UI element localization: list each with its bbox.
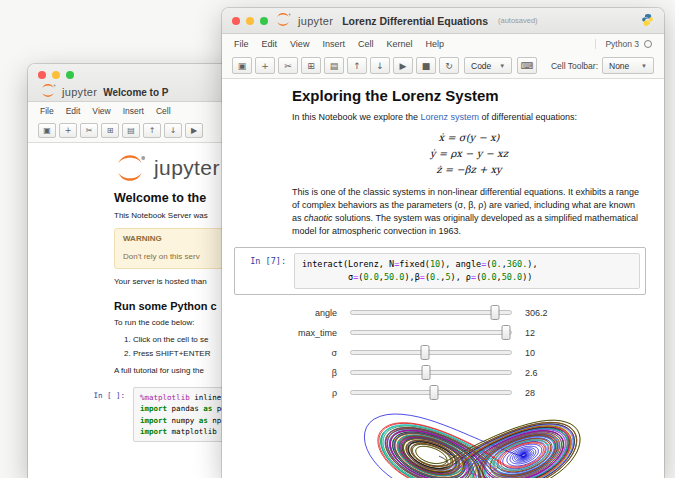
python-logo-icon [641, 12, 654, 30]
paste-cell-icon[interactable]: ▤ [324, 57, 344, 74]
slider-row-1: max_time12 [222, 323, 664, 343]
page-title: Exploring the Lorenz System [292, 87, 646, 104]
menu-edit[interactable]: Edit [66, 106, 81, 116]
kernel-name: Python 3 [605, 39, 639, 49]
cut-cell-icon[interactable]: ✂ [80, 123, 98, 138]
keyboard-icon[interactable]: ⌨ [517, 57, 537, 74]
text-fragment: In this Notebook we explore the [292, 112, 421, 122]
slider-track[interactable] [350, 330, 512, 335]
run-cell-icon[interactable]: ▶ [393, 57, 413, 74]
slider-handle[interactable] [491, 305, 500, 320]
zoom-button[interactable] [66, 71, 74, 79]
chevron-down-icon: ▼ [641, 63, 647, 69]
prompt-spacer [222, 87, 292, 238]
copy-cell-icon[interactable]: ⊞ [301, 57, 321, 74]
menu-view[interactable]: View [92, 106, 110, 116]
restart-kernel-icon[interactable]: ↻ [439, 57, 459, 74]
toolbar-icon-group: ▣+✂⊞▤↑↓▶■↻ [232, 57, 459, 74]
slider-label: angle [222, 308, 350, 318]
close-button[interactable] [232, 17, 240, 25]
minimize-button[interactable] [246, 17, 254, 25]
code-line[interactable]: σ=(0.0,50.0),β=(0.,5), ρ=(0.0,50.0)) [302, 271, 632, 284]
slider-track[interactable] [350, 390, 512, 395]
cut-cell-icon[interactable]: ✂ [278, 57, 298, 74]
jupyter-wordmark: jupyter [62, 86, 97, 98]
slider-track[interactable] [350, 370, 512, 375]
zoom-button[interactable] [260, 17, 268, 25]
add-cell-icon[interactable]: + [255, 57, 275, 74]
menu-kernel[interactable]: Kernel [386, 39, 412, 49]
cell-toolbar-label: Cell Toolbar: [551, 61, 598, 71]
slider-value: 10 [525, 348, 535, 358]
back-notebook-title[interactable]: Welcome to P [103, 87, 168, 98]
equation-line: ż = −βz + xy [292, 162, 646, 178]
text-fragment: solutions. The system was originally dev… [292, 213, 638, 236]
input-prompt: In [7]: [240, 253, 294, 289]
slider-handle[interactable] [502, 325, 511, 340]
front-titlebar: jupyter Lorenz Differential Equations (a… [222, 8, 664, 34]
jupyter-wordmark: jupyter [298, 15, 333, 27]
slider-row-3: β2.6 [222, 363, 664, 383]
markdown-cell[interactable]: Exploring the Lorenz System In this Note… [222, 87, 664, 238]
front-notebook-window[interactable]: jupyter Lorenz Differential Equations (a… [222, 8, 664, 478]
add-cell-icon[interactable]: + [59, 123, 77, 138]
slider-track[interactable] [350, 350, 512, 355]
front-menubar: FileEditViewInsertCellKernelHelp [234, 39, 444, 49]
cell-toolbar-value: None [609, 61, 629, 71]
move-up-icon[interactable]: ↑ [347, 57, 367, 74]
stop-kernel-icon[interactable]: ■ [416, 57, 436, 74]
slider-row-4: ρ28 [222, 383, 664, 403]
notebook-title[interactable]: Lorenz Differential Equations [342, 15, 488, 27]
slider-handle[interactable] [430, 385, 439, 400]
menu-cell[interactable]: Cell [358, 39, 374, 49]
text-fragment: of differential equations: [479, 112, 577, 122]
menu-insert[interactable]: Insert [322, 39, 345, 49]
cell-type-dropdown[interactable]: Code ▼ [464, 57, 512, 74]
menu-help[interactable]: Help [425, 39, 444, 49]
code-cell[interactable]: In [7]: interact(Lorenz, N=fixed(10), an… [234, 247, 646, 295]
copy-cell-icon[interactable]: ⊞ [101, 123, 119, 138]
slider-value: 12 [525, 328, 535, 338]
jupyter-logo-icon [275, 12, 291, 30]
chevron-down-icon: ▼ [499, 63, 505, 69]
save-icon[interactable]: ▣ [232, 57, 252, 74]
front-toolbar: ▣+✂⊞▤↑↓▶■↻ Code ▼ ⌨ Cell Toolbar: None ▼ [222, 53, 664, 79]
slider-handle[interactable] [422, 365, 431, 380]
input-prompt: In [ ]: [28, 387, 133, 442]
toolbar-extra-icon-group: ⌨ [517, 57, 537, 74]
kernel-indicator: Python 3 [595, 39, 652, 49]
front-traffic-lights [232, 17, 268, 25]
run-cell-icon[interactable]: ▶ [185, 123, 203, 138]
code-line[interactable]: interact(Lorenz, N=fixed(10), angle=(0.,… [302, 258, 632, 271]
move-down-icon[interactable]: ↓ [370, 57, 390, 74]
lorenz-system-link[interactable]: Lorenz system [421, 112, 480, 122]
jupyter-logo-icon [40, 83, 56, 101]
lorenz-equations: ẋ = σ(y − x)ẏ = ρx − y − xzż = −βz + xy [292, 130, 646, 178]
menu-insert[interactable]: Insert [123, 106, 144, 116]
move-up-icon[interactable]: ↑ [143, 123, 161, 138]
save-icon[interactable]: ▣ [38, 123, 56, 138]
move-down-icon[interactable]: ↓ [164, 123, 182, 138]
menu-cell[interactable]: Cell [156, 106, 171, 116]
close-button[interactable] [38, 71, 46, 79]
menu-file[interactable]: File [40, 106, 54, 116]
equation-line: ẏ = ρx − y − xz [292, 146, 646, 162]
code-editor[interactable]: interact(Lorenz, N=fixed(10), angle=(0.,… [294, 253, 640, 289]
menu-view[interactable]: View [290, 39, 309, 49]
cell-toolbar-dropdown[interactable]: None ▼ [602, 57, 654, 74]
paste-cell-icon[interactable]: ▤ [122, 123, 140, 138]
lorenz-attractor-plot [342, 407, 612, 478]
slider-track[interactable] [350, 310, 512, 315]
slider-value: 28 [525, 388, 535, 398]
autosave-status: (autosaved) [498, 16, 538, 25]
menu-edit[interactable]: Edit [262, 39, 278, 49]
menu-file[interactable]: File [234, 39, 249, 49]
warning-text: Don't rely on this serv [123, 252, 200, 261]
minimize-button[interactable] [52, 71, 60, 79]
intro-paragraph: In this Notebook we explore the Lorenz s… [292, 111, 646, 124]
kernel-status-icon [644, 40, 652, 48]
slider-handle[interactable] [420, 345, 429, 360]
slider-value: 2.6 [525, 368, 538, 378]
jupyter-wordmark-large: jupyter [154, 156, 220, 180]
slider-label: β [222, 368, 350, 378]
